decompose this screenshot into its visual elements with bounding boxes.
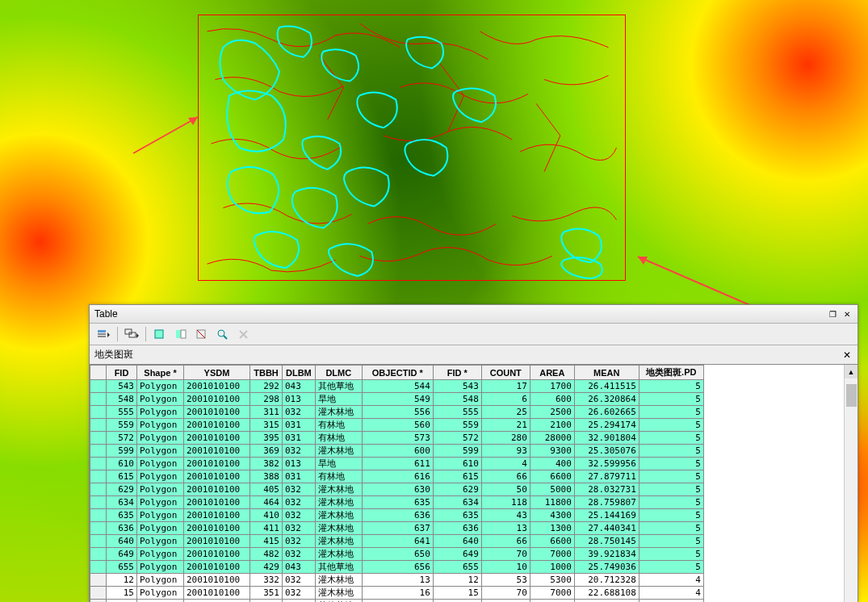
cell-dlbm[interactable]: 043 (283, 380, 316, 393)
cell-shape[interactable]: Polygon (137, 587, 184, 600)
cell-area[interactable]: 9300 (530, 445, 574, 458)
row-header-cell[interactable] (90, 445, 107, 458)
cell-fid[interactable]: 555 (107, 406, 137, 419)
cell-dlbm[interactable]: 031 (283, 432, 316, 445)
switch-selection-button[interactable] (172, 326, 190, 342)
cell-shape[interactable]: Polygon (137, 522, 184, 535)
cell-shape[interactable]: Polygon (137, 600, 184, 603)
cell-ysdm[interactable]: 2001010100 (184, 419, 250, 432)
cell-objectid[interactable]: 641 (362, 535, 433, 548)
cell-count[interactable]: 17 (481, 380, 530, 393)
clear-selection-button[interactable] (193, 326, 211, 342)
cell-fid[interactable]: 610 (107, 458, 137, 470)
cell-pd[interactable]: 5 (639, 561, 703, 574)
cell-count[interactable]: 70 (481, 587, 530, 600)
cell-dlmc[interactable]: 旱地 (315, 458, 362, 470)
cell-objectid[interactable]: 556 (362, 406, 433, 419)
cell-tbbh[interactable]: 315 (250, 419, 283, 432)
cell-fid[interactable]: 649 (107, 548, 137, 561)
row-header-cell[interactable] (90, 470, 107, 483)
cell-count[interactable]: 21 (481, 419, 530, 432)
row-header-cell[interactable] (90, 432, 107, 445)
cell-fid[interactable]: 572 (107, 432, 137, 445)
cell-objectid[interactable]: 656 (362, 561, 433, 574)
cell-ysdm[interactable]: 2001010100 (184, 380, 250, 393)
col-ysdm[interactable]: YSDM (184, 366, 250, 380)
cell-count[interactable]: 66 (481, 535, 530, 548)
cell-objectid[interactable]: 616 (362, 470, 433, 483)
row-header-cell[interactable] (90, 483, 107, 496)
cell-fid[interactable]: 599 (107, 445, 137, 458)
cell-dlmc[interactable]: 其他草地 (315, 600, 362, 603)
cell-count[interactable]: 118 (481, 496, 530, 509)
cell-objectid[interactable]: 16 (362, 587, 433, 600)
cell-tbbh[interactable]: 405 (250, 483, 283, 496)
cell-pd[interactable]: 5 (639, 406, 703, 419)
cell-area[interactable]: 1300 (530, 522, 574, 535)
cell-fid2[interactable]: 615 (433, 470, 481, 483)
cell-mean[interactable]: 28.750145 (574, 535, 639, 548)
cell-dlmc[interactable]: 有林地 (315, 432, 362, 445)
cell-tbbh[interactable]: 388 (250, 470, 283, 483)
row-header-cell[interactable] (90, 419, 107, 432)
vertical-scrollbar[interactable]: ▲ (844, 365, 858, 602)
cell-ysdm[interactable]: 2001010100 (184, 393, 250, 406)
cell-area[interactable]: 5000 (530, 483, 574, 496)
cell-objectid[interactable]: 637 (362, 522, 433, 535)
row-header-cell[interactable] (90, 561, 107, 574)
cell-dlbm[interactable]: 032 (283, 483, 316, 496)
table-row[interactable]: 548 Polygon 2001010100 298 013 旱地 549 54… (90, 393, 704, 406)
cell-mean[interactable]: 27.879711 (574, 470, 639, 483)
cell-fid[interactable]: 15 (107, 587, 137, 600)
cell-shape[interactable]: Polygon (137, 561, 184, 574)
cell-fid2[interactable]: 548 (433, 393, 481, 406)
row-header-cell[interactable] (90, 393, 107, 406)
row-header-cell[interactable] (90, 535, 107, 548)
cell-dlmc[interactable]: 灌木林地 (315, 445, 362, 458)
cell-fid[interactable]: 548 (107, 393, 137, 406)
row-header-corner[interactable] (90, 366, 107, 380)
cell-mean[interactable]: 25.144169 (574, 509, 639, 522)
tab-close-button[interactable]: ✕ (841, 349, 853, 361)
cell-shape[interactable]: Polygon (137, 380, 184, 393)
cell-fid[interactable]: 543 (107, 380, 137, 393)
cell-area[interactable]: 600 (530, 393, 574, 406)
col-pd[interactable]: 地类图斑.PD (639, 366, 703, 380)
cell-fid[interactable]: 559 (107, 419, 137, 432)
cell-count[interactable]: 6 (481, 393, 530, 406)
cell-ysdm[interactable]: 2001010100 (184, 587, 250, 600)
cell-ysdm[interactable]: 2001010100 (184, 600, 250, 603)
layer-tab[interactable]: 地类图斑 (94, 348, 133, 362)
cell-count[interactable]: 70 (481, 548, 530, 561)
cell-fid[interactable]: 634 (107, 496, 137, 509)
cell-mean[interactable]: 28.032731 (574, 483, 639, 496)
cell-ysdm[interactable]: 2001010100 (184, 432, 250, 445)
attribute-data-grid[interactable]: FID Shape * YSDM TBBH DLBM DLMC OBJECTID… (90, 365, 704, 602)
cell-count[interactable]: 53 (481, 574, 530, 587)
cell-dlbm[interactable]: 032 (283, 587, 316, 600)
col-fid[interactable]: FID (107, 366, 137, 380)
cell-mean[interactable]: 39.921834 (574, 548, 639, 561)
cell-dlbm[interactable]: 032 (283, 574, 316, 587)
cell-tbbh[interactable]: 410 (250, 509, 283, 522)
cell-fid2[interactable]: 23 (433, 600, 481, 603)
row-header-cell[interactable] (90, 522, 107, 535)
cell-ysdm[interactable]: 2001010100 (184, 470, 250, 483)
row-header-cell[interactable] (90, 496, 107, 509)
cell-tbbh[interactable]: 415 (250, 535, 283, 548)
cell-mean[interactable]: 20.712328 (574, 574, 639, 587)
cell-fid2[interactable]: 12 (433, 574, 481, 587)
restore-button[interactable]: ❐ (827, 308, 838, 320)
cell-shape[interactable]: Polygon (137, 574, 184, 587)
cell-dlmc[interactable]: 灌木林地 (315, 548, 362, 561)
cell-tbbh[interactable]: 369 (250, 445, 283, 458)
cell-shape[interactable]: Polygon (137, 406, 184, 419)
col-shape[interactable]: Shape * (137, 366, 184, 380)
cell-mean[interactable]: 32.901804 (574, 432, 639, 445)
cell-dlmc[interactable]: 灌木林地 (315, 406, 362, 419)
cell-mean[interactable]: 16.278955 (574, 600, 639, 603)
cell-dlmc[interactable]: 旱地 (315, 393, 362, 406)
cell-tbbh[interactable]: 332 (250, 574, 283, 587)
cell-area[interactable]: 6600 (530, 535, 574, 548)
cell-dlbm[interactable]: 043 (283, 600, 316, 603)
